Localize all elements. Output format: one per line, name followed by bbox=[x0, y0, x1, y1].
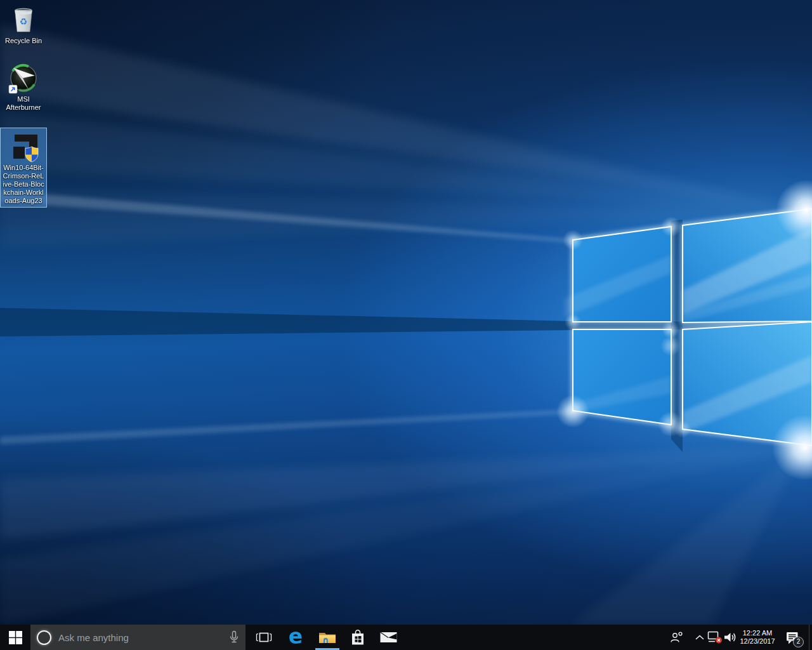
msi-afterburner-label: MSI Afterburner bbox=[6, 95, 41, 112]
store-button[interactable] bbox=[343, 625, 373, 650]
clock-time: 12:22 AM bbox=[743, 629, 772, 637]
icon-label-line: oads-Aug23 bbox=[3, 197, 44, 205]
icon-label-line: Afterburner bbox=[6, 103, 41, 112]
recycle-symbol-glyph: ♻ bbox=[20, 17, 28, 27]
msi-afterburner-icon bbox=[8, 63, 39, 94]
icon-label-line: MSI bbox=[6, 95, 41, 103]
show-desktop-button[interactable] bbox=[809, 625, 812, 650]
windows-hero-logo-artwork bbox=[0, 0, 812, 625]
cortana-search-box[interactable] bbox=[30, 625, 246, 650]
icon-label-line: kchain-Workl bbox=[3, 189, 44, 197]
network-disconnected-icon bbox=[707, 631, 723, 644]
file-explorer-icon bbox=[318, 630, 336, 645]
people-button[interactable] bbox=[667, 625, 687, 650]
desktop-icon-amd-installer[interactable]: Win10-64Bit- Crimson-ReL ive-Beta-Bloc k… bbox=[1, 128, 46, 207]
chevron-up-icon bbox=[695, 634, 705, 640]
action-center-button[interactable]: 2 bbox=[780, 625, 806, 650]
desktop-icon-msi-afterburner[interactable]: MSI Afterburner bbox=[1, 62, 46, 114]
recycle-bin-label: Recycle Bin bbox=[5, 37, 42, 45]
icon-label-line: ive-Beta-Bloc bbox=[3, 180, 44, 189]
network-status-button[interactable] bbox=[707, 625, 723, 650]
mail-icon bbox=[380, 632, 397, 643]
task-view-button[interactable] bbox=[249, 625, 279, 650]
windows-logo-icon bbox=[9, 631, 22, 644]
clock-date: 12/23/2017 bbox=[740, 637, 775, 646]
clock[interactable]: 12:22 AM 12/23/2017 bbox=[736, 625, 779, 650]
icon-label-line: Win10-64Bit- bbox=[3, 164, 44, 172]
icon-label-line: Crimson-ReL bbox=[3, 172, 44, 180]
uac-shield-icon bbox=[25, 147, 38, 162]
search-input[interactable] bbox=[57, 632, 223, 644]
people-icon bbox=[669, 632, 684, 643]
icon-label-line: Recycle Bin bbox=[5, 37, 42, 45]
file-explorer-button[interactable] bbox=[312, 625, 343, 650]
cortana-icon bbox=[37, 630, 51, 645]
taskbar: e bbox=[0, 625, 812, 650]
amd-installer-icon bbox=[7, 129, 40, 162]
start-button[interactable] bbox=[0, 625, 30, 650]
store-icon bbox=[350, 629, 365, 646]
shortcut-arrow-badge bbox=[9, 85, 17, 93]
mail-button[interactable] bbox=[373, 625, 403, 650]
edge-icon: e bbox=[289, 626, 303, 647]
notification-count-badge: 2 bbox=[793, 637, 804, 647]
desktop-icon-recycle-bin[interactable]: ♻ Recycle Bin bbox=[1, 3, 46, 47]
desktop-wallpaper[interactable]: ♻ Recycle Bin MSI Afterburner bbox=[0, 0, 812, 650]
recycle-bin-icon: ♻ bbox=[8, 4, 39, 36]
edge-browser-button[interactable]: e bbox=[280, 625, 311, 650]
amd-installer-label: Win10-64Bit- Crimson-ReL ive-Beta-Bloc k… bbox=[3, 164, 44, 205]
task-view-icon bbox=[256, 631, 272, 644]
tray-overflow-button[interactable] bbox=[691, 625, 708, 650]
microphone-icon[interactable] bbox=[229, 630, 239, 644]
